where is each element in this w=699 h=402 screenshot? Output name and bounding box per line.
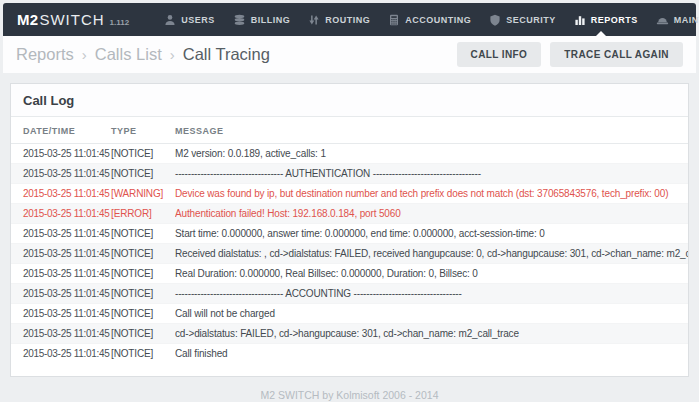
cell-message: Received dialstatus: , cd->dialstatus: F… bbox=[175, 244, 688, 264]
cell-type: [NOTICE] bbox=[111, 344, 175, 364]
cell-message: Authentication failed! Host: 192.168.0.1… bbox=[175, 204, 688, 224]
bar-chart-icon bbox=[574, 14, 586, 26]
table-header-row: DATE/TIME TYPE MESSAGE bbox=[11, 117, 688, 144]
cell-type: [NOTICE] bbox=[111, 264, 175, 284]
app-logo[interactable]: M2 SWITCH 1.112 bbox=[17, 11, 129, 28]
cell-datetime: 2015-03-25 11:01:45 bbox=[11, 144, 111, 164]
column-header-message: MESSAGE bbox=[175, 117, 688, 144]
table-row: 2015-03-25 11:01:45[NOTICE]M2 version: 0… bbox=[11, 144, 688, 164]
cell-datetime: 2015-03-25 11:01:45 bbox=[11, 204, 111, 224]
cell-datetime: 2015-03-25 11:01:45 bbox=[11, 164, 111, 184]
nav-item-accounting[interactable]: ACCOUNTING bbox=[379, 3, 480, 36]
breadcrumb-reports[interactable]: Reports bbox=[16, 45, 74, 64]
table-row: 2015-03-25 11:01:45[NOTICE]Received dial… bbox=[11, 244, 688, 264]
top-nav: M2 SWITCH 1.112 USERS BILLING ROUTING AC… bbox=[3, 3, 696, 36]
trace-call-again-button[interactable]: TRACE CALL AGAIN bbox=[550, 42, 683, 67]
table-row: 2015-03-25 11:01:45[NOTICE]Start time: 0… bbox=[11, 224, 688, 244]
cell-message: Real Duration: 0.000000, Real Billsec: 0… bbox=[175, 264, 688, 284]
cell-message: ---------------------------------- ACCOU… bbox=[175, 284, 688, 304]
cell-datetime: 2015-03-25 11:01:45 bbox=[11, 324, 111, 344]
table-row: 2015-03-25 11:01:45[NOTICE]Call will not… bbox=[11, 304, 688, 324]
nav-item-label: ROUTING bbox=[325, 15, 370, 25]
nav-item-label: USERS bbox=[181, 15, 215, 25]
breadcrumb-bar: Reports › Calls List › Call Tracing CALL… bbox=[3, 36, 696, 73]
page-footer: M2 SWITCH by Kolmisoft 2006 - 2014 bbox=[0, 377, 699, 402]
breadcrumb-separator: › bbox=[170, 46, 175, 63]
nav-item-routing[interactable]: ROUTING bbox=[299, 3, 379, 36]
breadcrumb-separator: › bbox=[82, 46, 87, 63]
nav-item-reports[interactable]: REPORTS bbox=[565, 3, 647, 36]
calculator-icon bbox=[388, 14, 400, 26]
cell-message: ---------------------------------- AUTHE… bbox=[175, 164, 688, 184]
logo-m2: M2 bbox=[17, 11, 38, 28]
call-log-panel: Call Log DATE/TIME TYPE MESSAGE 2015-03-… bbox=[10, 83, 689, 377]
nav-item-security[interactable]: SECURITY bbox=[480, 3, 565, 36]
panel-bottom-padding bbox=[11, 363, 688, 376]
logo-switch: SWITCH bbox=[39, 11, 104, 28]
cell-message: Call will not be charged bbox=[175, 304, 688, 324]
cell-datetime: 2015-03-25 11:01:45 bbox=[11, 344, 111, 364]
breadcrumb-calls-list[interactable]: Calls List bbox=[95, 45, 162, 64]
nav-item-label: ACCOUNTING bbox=[405, 15, 471, 25]
route-arrows-icon bbox=[308, 14, 320, 26]
table-row: 2015-03-25 11:01:45[NOTICE]Call finished bbox=[11, 344, 688, 364]
nav-item-maintenance[interactable]: MAINTENANCE bbox=[647, 3, 699, 36]
table-row: 2015-03-25 11:01:45[NOTICE]Real Duration… bbox=[11, 264, 688, 284]
cell-datetime: 2015-03-25 11:01:45 bbox=[11, 304, 111, 324]
hardhat-icon bbox=[656, 14, 669, 26]
footer-copyright: M2 SWITCH by Kolmisoft 2006 - 2014 bbox=[261, 389, 439, 401]
cell-datetime: 2015-03-25 11:01:45 bbox=[11, 284, 111, 304]
cell-type: [NOTICE] bbox=[111, 144, 175, 164]
cell-message: Device was found by ip, but destination … bbox=[175, 184, 688, 204]
cell-datetime: 2015-03-25 11:01:45 bbox=[11, 244, 111, 264]
nav-item-label: SECURITY bbox=[506, 15, 556, 25]
user-icon bbox=[164, 14, 176, 26]
column-header-datetime: DATE/TIME bbox=[11, 117, 111, 144]
table-row: 2015-03-25 11:01:45[NOTICE]-------------… bbox=[11, 164, 688, 184]
nav-item-label: MAINTENANCE bbox=[674, 15, 699, 25]
cell-type: [NOTICE] bbox=[111, 304, 175, 324]
cell-type: [NOTICE] bbox=[111, 324, 175, 344]
cell-type: [NOTICE] bbox=[111, 164, 175, 184]
nav-item-billing[interactable]: BILLING bbox=[224, 3, 300, 36]
cell-type: [ERROR] bbox=[111, 204, 175, 224]
log-table-body: 2015-03-25 11:01:45[NOTICE]M2 version: 0… bbox=[11, 144, 688, 364]
cell-type: [NOTICE] bbox=[111, 224, 175, 244]
cell-type: [WARNING] bbox=[111, 184, 175, 204]
cell-message: M2 version: 0.0.189, active_calls: 1 bbox=[175, 144, 688, 164]
panel-title: Call Log bbox=[11, 84, 688, 117]
cell-type: [NOTICE] bbox=[111, 284, 175, 304]
app-version: 1.112 bbox=[110, 18, 130, 27]
shield-icon bbox=[489, 14, 501, 26]
cell-type: [NOTICE] bbox=[111, 244, 175, 264]
cell-message: Start time: 0.000000, answer time: 0.000… bbox=[175, 224, 688, 244]
cell-datetime: 2015-03-25 11:01:45 bbox=[11, 224, 111, 244]
table-row: 2015-03-25 11:01:45[WARNING]Device was f… bbox=[11, 184, 688, 204]
app-window: M2 SWITCH 1.112 USERS BILLING ROUTING AC… bbox=[0, 0, 699, 402]
call-info-button[interactable]: CALL INFO bbox=[457, 42, 542, 67]
call-log-table: DATE/TIME TYPE MESSAGE 2015-03-25 11:01:… bbox=[11, 117, 688, 363]
table-row: 2015-03-25 11:01:45[NOTICE]-------------… bbox=[11, 284, 688, 304]
cell-message: Call finished bbox=[175, 344, 688, 364]
table-row: 2015-03-25 11:01:45[NOTICE]cd->dialstatu… bbox=[11, 324, 688, 344]
page-actions: CALL INFO TRACE CALL AGAIN bbox=[448, 42, 683, 67]
breadcrumb-call-tracing: Call Tracing bbox=[183, 45, 270, 64]
coins-icon bbox=[233, 14, 246, 26]
cell-datetime: 2015-03-25 11:01:45 bbox=[11, 264, 111, 284]
cell-datetime: 2015-03-25 11:01:45 bbox=[11, 184, 111, 204]
nav-item-label: BILLING bbox=[251, 15, 291, 25]
nav-item-label: REPORTS bbox=[591, 15, 638, 25]
nav-item-users[interactable]: USERS bbox=[155, 3, 224, 36]
column-header-type: TYPE bbox=[111, 117, 175, 144]
breadcrumb: Reports › Calls List › Call Tracing bbox=[16, 45, 270, 64]
table-row: 2015-03-25 11:01:45[ERROR]Authentication… bbox=[11, 204, 688, 224]
nav-menu: USERS BILLING ROUTING ACCOUNTING SECURIT… bbox=[155, 3, 699, 36]
cell-message: cd->dialstatus: FAILED, cd->hangupcause:… bbox=[175, 324, 688, 344]
